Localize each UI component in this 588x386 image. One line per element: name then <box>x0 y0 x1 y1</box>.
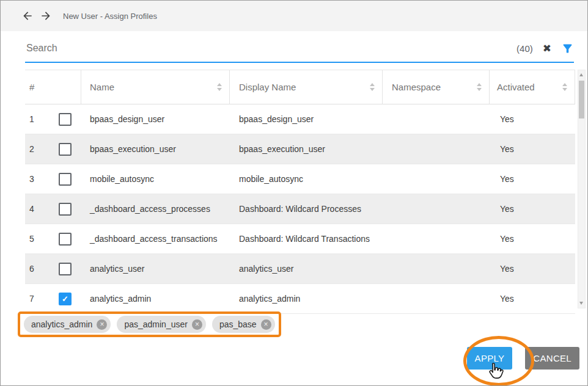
column-header-name[interactable]: Name <box>81 70 230 104</box>
dialog-titlebar: New User - Assign Profiles <box>1 1 587 31</box>
column-label: Display Name <box>239 82 296 92</box>
cell-display-name: analytics_user <box>230 264 383 274</box>
column-header-number[interactable]: # <box>25 70 81 104</box>
table-row[interactable]: 1bpaas_design_userbpaas_design_userYes <box>25 104 575 134</box>
chip-label: pas_base <box>219 319 257 329</box>
column-header-display-name[interactable]: Display Name <box>230 70 383 104</box>
cell-display-name: bpaas_design_user <box>230 114 383 124</box>
table-body: 1bpaas_design_userbpaas_design_userYes2b… <box>25 104 575 314</box>
dialog-actions: APPLY CANCEL <box>467 347 579 370</box>
cell-display-name: analytics_admin <box>230 294 383 304</box>
assign-profiles-dialog: New User - Assign Profiles (40) ✖ # Name… <box>0 0 588 386</box>
profiles-table: # Name Display Name Namespace Activated … <box>25 70 575 314</box>
cell-activated: Yes <box>490 174 575 184</box>
cell-number: 7✓ <box>25 293 81 305</box>
chip-label: analytics_admin <box>31 319 92 329</box>
row-number: 5 <box>25 234 59 244</box>
filter-icon[interactable] <box>561 42 574 55</box>
row-number: 6 <box>25 264 59 274</box>
row-number: 3 <box>25 174 59 184</box>
table-row[interactable]: 4_dashboard_access_processesDashboard: W… <box>25 194 575 224</box>
row-checkbox[interactable] <box>59 263 72 275</box>
cell-name: bpaas_execution_user <box>81 144 230 154</box>
sort-icon[interactable] <box>477 83 482 91</box>
cell-number: 3 <box>25 173 81 186</box>
table-row[interactable]: 2bpaas_execution_userbpaas_execution_use… <box>25 134 575 164</box>
row-number: 4 <box>25 204 59 214</box>
back-arrow-icon[interactable] <box>21 10 34 22</box>
cell-number: 4 <box>25 203 81 216</box>
row-number: 2 <box>25 144 59 154</box>
table-row[interactable]: 6analytics_useranalytics_userYes <box>25 254 575 284</box>
row-number: 1 <box>25 114 59 124</box>
cancel-button[interactable]: CANCEL <box>525 347 579 370</box>
search-input[interactable] <box>25 42 507 54</box>
chip-label: pas_admin_user <box>124 319 188 329</box>
cell-name: mobile_autosync <box>81 174 230 184</box>
column-label: Name <box>90 82 114 92</box>
profile-chip: analytics_admin× <box>24 316 111 333</box>
forward-arrow-icon[interactable] <box>40 10 52 22</box>
table-row[interactable]: 7✓analytics_adminanalytics_adminYes <box>25 284 575 314</box>
sort-icon[interactable] <box>370 83 375 91</box>
cell-number: 6 <box>25 263 81 275</box>
table-row[interactable]: 5_dashboard_access_transactionsDashboard… <box>25 224 575 254</box>
row-number: 7 <box>25 294 59 304</box>
row-checkbox[interactable] <box>59 173 72 186</box>
cell-name: _dashboard_access_transactions <box>81 234 230 244</box>
cell-display-name: mobile_autosync <box>230 174 383 184</box>
cell-activated: Yes <box>490 234 575 244</box>
cell-name: analytics_admin <box>81 294 230 304</box>
chip-remove-icon[interactable]: × <box>97 319 107 330</box>
chip-remove-icon[interactable]: × <box>261 319 271 330</box>
column-label: Activated <box>497 82 535 92</box>
column-label: Namespace <box>392 82 441 92</box>
cell-activated: Yes <box>490 294 575 304</box>
row-checkbox[interactable] <box>59 143 72 156</box>
sort-icon[interactable] <box>562 83 567 91</box>
cell-number: 5 <box>25 233 81 246</box>
row-checkbox[interactable] <box>59 233 72 246</box>
table-header: # Name Display Name Namespace Activated <box>25 70 575 104</box>
chip-remove-icon[interactable]: × <box>192 319 202 330</box>
scroll-up-icon[interactable] <box>579 73 583 76</box>
table-row[interactable]: 3mobile_autosyncmobile_autosyncYes <box>25 164 575 194</box>
page-title: New User - Assign Profiles <box>63 12 157 21</box>
clear-search-icon[interactable]: ✖ <box>543 43 551 54</box>
column-label: # <box>29 82 34 92</box>
cell-display-name: Dashboard: Wildcard Transactions <box>230 234 383 244</box>
cell-name: bpaas_design_user <box>81 114 230 124</box>
cell-activated: Yes <box>490 144 575 154</box>
cell-number: 1 <box>25 113 81 126</box>
cell-activated: Yes <box>490 264 575 274</box>
profile-chip: pas_base× <box>212 316 275 333</box>
column-header-namespace[interactable]: Namespace <box>383 70 490 104</box>
search-bar: (40) ✖ <box>25 35 574 63</box>
cell-activated: Yes <box>490 114 575 124</box>
sort-icon[interactable] <box>217 83 222 91</box>
column-header-activated[interactable]: Activated <box>490 70 575 104</box>
apply-button[interactable]: APPLY <box>467 347 513 370</box>
row-checkbox[interactable] <box>59 113 72 126</box>
cell-name: _dashboard_access_processes <box>81 204 230 214</box>
row-checkbox[interactable] <box>59 203 72 216</box>
cell-number: 2 <box>25 143 81 156</box>
cell-display-name: Dashboard: Wildcard Processes <box>230 204 383 214</box>
cell-display-name: bpaas_execution_user <box>230 144 383 154</box>
scroll-down-icon[interactable] <box>579 302 583 305</box>
vertical-scrollbar[interactable] <box>578 70 586 308</box>
cell-activated: Yes <box>490 204 575 214</box>
profile-chip: pas_admin_user× <box>117 316 206 333</box>
selected-profiles: analytics_admin×pas_admin_user×pas_base× <box>18 311 281 337</box>
row-checkbox[interactable]: ✓ <box>59 293 72 305</box>
result-count: (40) <box>516 43 533 54</box>
scrollbar-thumb[interactable] <box>579 81 584 118</box>
cell-name: analytics_user <box>81 264 230 274</box>
